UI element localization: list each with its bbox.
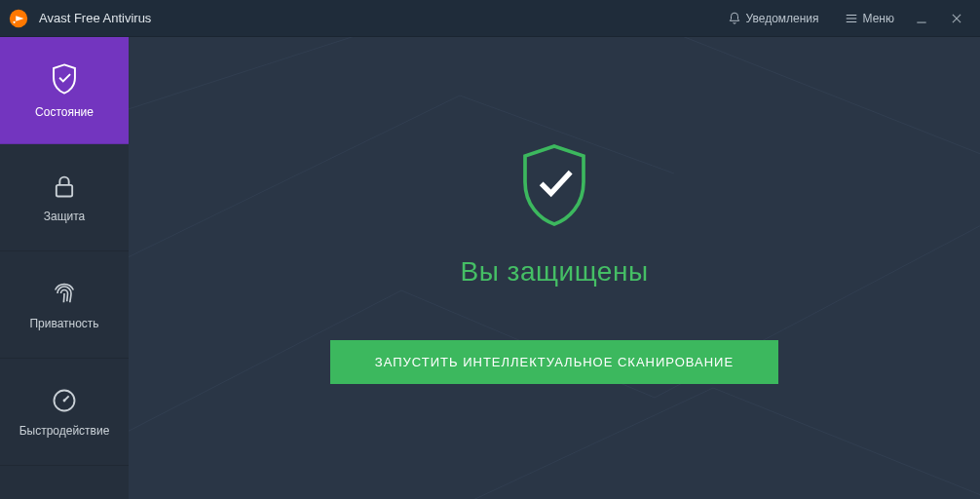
close-button[interactable] [943, 5, 970, 32]
sidebar-item-status[interactable]: Состояние [0, 37, 129, 144]
svg-point-1 [14, 20, 16, 22]
menu-button[interactable]: Меню [839, 8, 900, 29]
app-title: Avast Free Antivirus [39, 11, 151, 25]
fingerprint-icon [51, 280, 78, 307]
svg-rect-8 [57, 184, 72, 196]
menu-label: Меню [863, 12, 894, 25]
content-panel: Вы защищены ЗАПУСТИТЬ ИНТЕЛЛЕКТУАЛЬНОЕ С… [129, 37, 980, 499]
avast-logo-icon [8, 8, 29, 29]
sidebar-item-protection[interactable]: Защита [0, 144, 129, 251]
minimize-button[interactable] [908, 5, 935, 32]
svg-point-10 [63, 399, 66, 402]
status-headline: Вы защищены [460, 256, 648, 288]
notifications-label: Уведомления [746, 12, 819, 25]
sidebar-performance-label: Быстродействие [19, 424, 110, 438]
hamburger-icon [845, 12, 858, 25]
minimize-icon [915, 12, 928, 25]
run-smart-scan-button[interactable]: ЗАПУСТИТЬ ИНТЕЛЛЕКТУАЛЬНОЕ СКАНИРОВАНИЕ [330, 340, 778, 384]
sidebar-item-performance[interactable]: Быстродействие [0, 359, 129, 466]
sidebar-protection-label: Защита [44, 210, 86, 223]
protected-shield-icon [515, 139, 593, 231]
lock-icon [51, 173, 78, 200]
gauge-icon [51, 387, 78, 414]
bell-icon [728, 12, 741, 25]
titlebar: Avast Free Antivirus Уведомления Меню [0, 0, 980, 37]
shield-check-icon [50, 62, 79, 96]
sidebar: Состояние Защита Приватность [0, 37, 129, 499]
sidebar-status-label: Состояние [35, 105, 94, 119]
close-icon [950, 12, 963, 25]
sidebar-item-privacy[interactable]: Приватность [0, 251, 129, 359]
main-area: Состояние Защита Приватность [0, 37, 980, 499]
notifications-button[interactable]: Уведомления [722, 8, 825, 29]
sidebar-privacy-label: Приватность [29, 317, 98, 330]
